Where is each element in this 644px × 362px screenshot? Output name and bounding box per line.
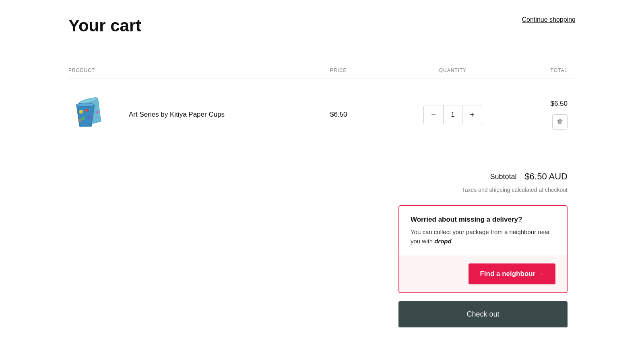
svg-point-11 — [79, 119, 82, 121]
quantity-cell: − 1 + — [412, 105, 493, 124]
subtotal-row: Subtotal $6.50 AUD — [490, 171, 568, 182]
tax-note: Taxes and shipping calculated at checkou… — [462, 187, 568, 193]
product-name: Art Series by Kitiya Paper Cups — [129, 111, 225, 119]
checkout-button[interactable]: Check out — [398, 301, 568, 327]
dropd-desc-text: You can collect your package from a neig… — [411, 228, 550, 245]
find-neighbour-button[interactable]: Find a neighbour → — [469, 263, 555, 284]
quantity-increase-button[interactable]: + — [462, 105, 482, 124]
col-total-label: TOTAL — [494, 68, 576, 73]
continue-shopping-link[interactable]: Continue shopping — [522, 16, 576, 23]
subtotal-value: $6.50 AUD — [525, 171, 568, 182]
svg-rect-6 — [75, 107, 76, 125]
dropd-footer: Find a neighbour → — [399, 255, 567, 292]
quantity-decrease-button[interactable]: − — [424, 105, 443, 124]
col-price-label: PRICE — [330, 68, 412, 73]
product-price: $6.50 — [330, 111, 412, 119]
cart-item-row: Art Series by Kitiya Paper Cups $6.50 − … — [68, 78, 576, 151]
quantity-value: 1 — [443, 105, 462, 124]
total-cell: $6.50 — [494, 100, 576, 130]
product-cell: Art Series by Kitiya Paper Cups — [68, 90, 330, 139]
summary-section: Subtotal $6.50 AUD Taxes and shipping ca… — [68, 171, 576, 327]
col-product-label: PRODUCT — [68, 68, 330, 73]
col-quantity-label: QUANTITY — [412, 68, 493, 73]
svg-point-8 — [85, 109, 89, 112]
dropd-content: Worried about missing a delivery? You ca… — [399, 206, 567, 255]
svg-point-10 — [88, 116, 91, 119]
dropd-description: You can collect your package from a neig… — [411, 228, 555, 246]
subtotal-label: Subtotal — [490, 173, 517, 181]
dropd-title: Worried about missing a delivery? — [411, 216, 555, 224]
svg-point-9 — [81, 117, 85, 120]
item-total: $6.50 — [550, 100, 568, 108]
trash-icon — [557, 119, 563, 125]
svg-point-7 — [79, 110, 83, 114]
quantity-stepper[interactable]: − 1 + — [423, 105, 482, 124]
dropd-brand: dropd — [434, 238, 452, 245]
page-title: Your cart — [68, 16, 141, 35]
dropd-widget: Worried about missing a delivery? You ca… — [398, 205, 568, 293]
svg-point-5 — [76, 103, 94, 107]
delete-item-button[interactable] — [552, 114, 568, 130]
product-image-svg — [72, 93, 113, 137]
product-image — [68, 90, 117, 139]
